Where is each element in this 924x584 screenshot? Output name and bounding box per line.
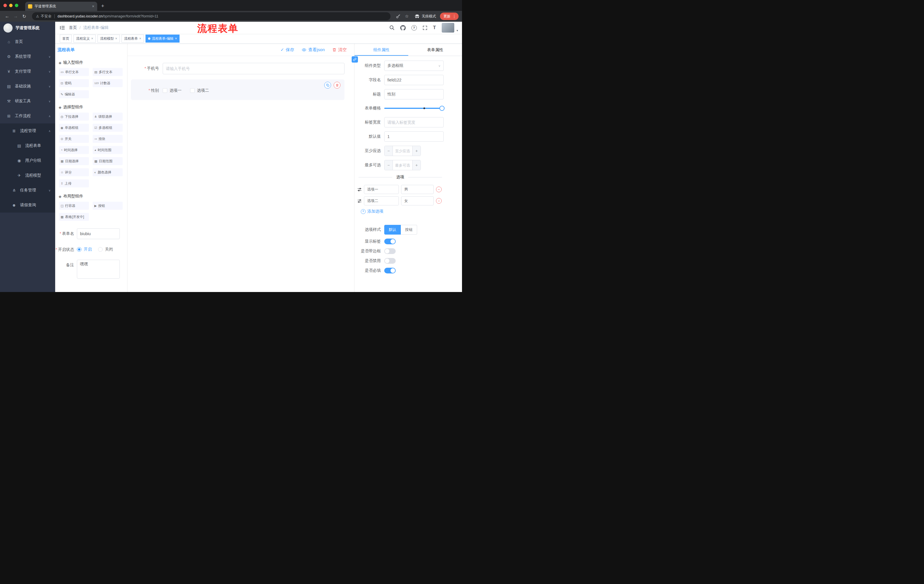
key-icon[interactable] [394,14,402,18]
bookmark-star-icon[interactable]: ☆ [403,14,411,19]
copy-component-button[interactable] [324,82,331,89]
window-close-button[interactable] [3,4,7,7]
sidebar-item-process-form[interactable]: ▤ 流程表单 [0,138,55,153]
sidebar-item-workflow[interactable]: ⊞ 工作流程 ∧ [0,109,55,123]
palette-item-color-picker[interactable]: ◐ 颜色选择 [92,168,123,176]
new-tab-button[interactable]: + [101,3,104,9]
sidebar-item-leave-query[interactable]: ☻ 请假查询 [0,198,55,212]
sidebar-item-process-model[interactable]: ✈ 流程模型 [0,168,55,183]
back-button[interactable]: ← [3,14,11,19]
view-json-button[interactable]: 查看json [302,47,325,53]
clear-button[interactable]: 清空 [332,47,347,53]
palette-item-time-picker[interactable]: ◔ 时间选择 [59,146,89,154]
palette-item-cascade-select[interactable]: ⋔ 级联选择 [92,113,123,120]
forward-button[interactable]: → [12,14,20,19]
palette-item-date-picker[interactable]: ▦ 日期选择 [59,157,89,165]
update-button[interactable]: 更新 ⋮ [440,13,459,20]
option-style-button-button[interactable]: 按钮 [401,225,417,235]
increase-button[interactable]: + [412,160,421,170]
form-remark-textarea[interactable]: 嘿嘿 [77,260,120,278]
tag-close-icon[interactable]: × [91,36,93,41]
canvas-field-phone[interactable]: *手机号 [131,61,345,77]
palette-item-rating[interactable]: ☆ 评分 [59,168,89,176]
border-toggle[interactable] [384,248,396,254]
palette-item-date-range[interactable]: ▩ 日期范围 [92,157,123,165]
fullscreen-icon[interactable] [422,25,427,30]
browser-menu-icon[interactable]: ⋮ [452,14,456,18]
required-toggle[interactable] [384,268,396,273]
palette-item-password[interactable]: ⊡ 密码 [59,79,89,87]
canvas-field-gender[interactable]: *性别 选项一 选项二 [131,79,345,100]
font-size-icon[interactable]: T [433,25,436,31]
remove-option-button[interactable]: − [436,187,442,192]
status-on-radio[interactable] [77,247,81,252]
palette-item-time-range[interactable]: ◕ 时间范围 [92,146,123,154]
help-icon[interactable]: ? [411,25,417,31]
palette-item-multi-line-text[interactable]: ▤ 多行文本 [92,68,123,76]
gender-option-2[interactable]: 选项二 [190,88,209,93]
field-name-input[interactable] [384,75,444,85]
sidebar-item-task-mgmt[interactable]: ⋔ 任务管理 ∨ [0,183,55,198]
disabled-toggle[interactable] [384,258,396,264]
address-bar[interactable]: ⚠ 不安全 dashboard.yudao.iocoder.cn/bpm/man… [32,12,391,20]
sidebar-item-dev-tools[interactable]: ⚒ 研发工具 ∨ [0,94,55,109]
window-zoom-button[interactable] [15,4,18,7]
tag-close-icon[interactable]: × [139,36,141,41]
slider-handle[interactable] [439,106,445,111]
breadcrumb-home[interactable]: 首页 [69,25,77,30]
label-width-input[interactable] [384,117,444,127]
tag-process-model[interactable]: 流程模型 × [97,35,120,43]
decrease-button[interactable]: − [384,146,393,156]
search-icon[interactable] [389,25,394,30]
tab-form-props[interactable]: 表单属性 [408,44,462,56]
option-value-input[interactable] [401,185,434,194]
reload-button[interactable]: ↻ [21,14,28,19]
palette-item-slider[interactable]: ⊸ 滑块 [92,135,123,143]
palette-item-row-container[interactable]: ◫ 行容器 [59,202,89,210]
palette-item-single-line-text[interactable]: ▭ 单行文本 [59,68,89,76]
browser-tab[interactable]: 芋道管理系统 × [25,2,97,11]
tab-component-props[interactable]: 组件属性 [355,44,408,56]
checkbox[interactable] [163,88,167,93]
palette-item-switch[interactable]: ⊙ 开关 [59,135,89,143]
option-label-input[interactable] [364,196,399,206]
save-button[interactable]: ✓ 保存 [280,47,294,53]
tag-process-definition[interactable]: 流程定义 × [73,35,96,43]
option-value-input[interactable] [401,196,434,206]
github-icon[interactable] [400,25,406,31]
drag-handle-icon[interactable] [357,199,361,203]
checkbox[interactable] [190,88,195,93]
decrease-button[interactable]: − [384,160,393,170]
sidebar-item-infrastructure[interactable]: ▤ 基础设施 ∨ [0,79,55,94]
tag-process-form-edit[interactable]: 流程表单-编辑 × [145,35,180,43]
tag-close-icon[interactable]: × [175,36,177,41]
user-avatar[interactable] [442,23,454,33]
palette-item-table[interactable]: ▦ 表格[开发中] [59,213,89,221]
sidebar-item-user-group[interactable]: ◉ 用户分组 [0,153,55,168]
status-off-radio[interactable] [98,247,102,252]
link-icon[interactable] [351,56,358,63]
status-off-label[interactable]: 关闭 [105,247,113,252]
palette-item-dropdown-select[interactable]: ◎ 下拉选择 [59,113,89,120]
palette-item-upload[interactable]: ⇧ 上传 [59,179,89,188]
add-option-link[interactable]: + 添加选项 [361,209,444,214]
tab-close-icon[interactable]: × [92,4,94,8]
window-minimize-button[interactable] [9,4,13,7]
title-input[interactable] [384,89,444,99]
palette-item-button[interactable]: ▶ 按钮 [92,202,123,210]
max-select-input[interactable] [393,160,412,170]
palette-item-checkbox-group[interactable]: ☑ 多选框组 [92,124,123,132]
form-grid-slider[interactable] [384,104,444,113]
tag-process-form[interactable]: 流程表单 × [122,35,144,43]
sidebar-collapse-button[interactable] [55,25,69,30]
sidebar-item-system-mgmt[interactable]: ⚙ 系统管理 ∨ [0,49,55,64]
increase-button[interactable]: + [412,146,421,156]
tag-home[interactable]: 首页 [60,35,72,43]
status-on-label[interactable]: 开启 [84,247,92,252]
sidebar-item-payment-mgmt[interactable]: ¥ 支付管理 ∨ [0,64,55,79]
sidebar-item-home[interactable]: ⌂ 首页 [0,34,55,49]
palette-item-editor[interactable]: ✎ 编辑器 [59,90,89,98]
phone-input[interactable] [163,63,345,74]
delete-component-button[interactable] [333,82,340,89]
default-value-input[interactable] [384,132,444,142]
